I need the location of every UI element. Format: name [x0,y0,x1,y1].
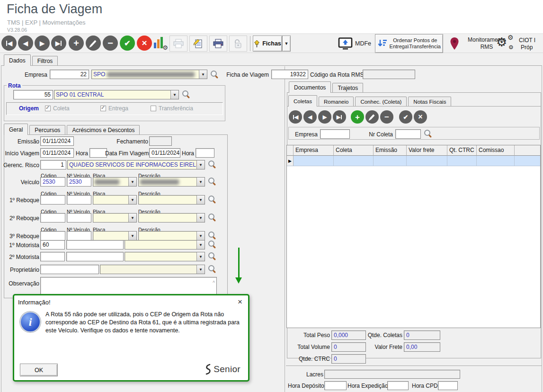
chevron-down-icon[interactable]: ▼ [196,232,205,240]
ok-button[interactable]: OK [20,364,58,376]
emissao-input[interactable]: 01/11/2024 [40,136,74,146]
rota-combo[interactable]: SPO 01 CENTRAL▼ [54,90,179,99]
close-icon[interactable]: × [238,297,242,307]
grid-col-header[interactable]: Comissao [477,145,515,156]
next-record-button[interactable]: ▶ [35,36,50,51]
empresa-combo[interactable]: SPO ▼ [91,70,207,79]
chevron-down-icon[interactable]: ▼ [196,241,205,249]
chevron-down-icon[interactable]: ▼ [196,214,205,222]
coleta-search-icon[interactable] [424,129,432,138]
veiculo-codigo-input[interactable]: 2530 [40,177,65,187]
print-button[interactable] [209,36,227,52]
reboque1-search-icon[interactable] [208,195,216,204]
proprietario-combo[interactable]: ▼ [100,265,205,274]
cancel-button[interactable]: × [137,36,152,51]
observacao-textarea[interactable]: ^ [40,277,217,296]
coleta-edit-button[interactable] [365,110,379,124]
grid-selected-row[interactable]: ▶ [287,156,540,166]
scroll-up-icon[interactable]: ^ [213,280,215,285]
chevron-down-icon[interactable]: ▼ [128,178,136,186]
transferencia-checkbox[interactable] [151,106,156,111]
confirm-button[interactable]: ✔ [120,36,135,51]
veiculo-descricao-combo[interactable]: ▼ [138,177,205,187]
coleta-last-button[interactable]: ▶ [333,110,346,124]
reboque2-num-input[interactable] [67,213,91,223]
reboque3-num-input[interactable] [67,231,91,241]
coleta-confirm-button[interactable]: ✔ [399,110,412,124]
lacres-input[interactable] [324,370,460,379]
grid-col-header[interactable]: Valor frete [407,145,447,156]
gerenc-risco-search-icon[interactable] [208,160,216,169]
add-record-button[interactable]: + [69,36,84,51]
ordenar-pontos-button[interactable]: Ordenar Pontos de Entrega\Transferência [375,34,443,53]
rota-code-input[interactable]: 55 [13,90,53,99]
reboque2-placa-combo[interactable]: ▼ [93,213,137,223]
ficha-viagem-input[interactable]: 19322 [271,70,308,79]
motorista2-code-input[interactable] [40,252,65,261]
delete-record-button[interactable]: − [103,36,118,51]
proprietario-search-icon[interactable] [208,265,216,273]
coleta-prev-button[interactable]: ◀ [303,110,317,124]
data-fim-viagem-input[interactable]: 01/11/2024 [149,148,180,158]
reboque3-search-icon[interactable] [208,231,216,240]
print-preview-button[interactable] [169,36,187,52]
fichas-button[interactable]: Fichas [253,36,282,52]
last-record-button[interactable]: ▶ [51,36,66,51]
coleta-next-button[interactable]: ▶ [318,110,331,124]
tab-geral[interactable]: Geral [4,124,28,135]
tab-romaneio[interactable]: Romaneio [319,97,354,106]
hora-inicio-input[interactable] [89,148,107,158]
tab-coletas[interactable]: Coletas [288,95,317,107]
inicio-viagem-input[interactable]: 01/11/2024 [40,148,74,158]
chevron-down-icon[interactable]: ▼ [196,265,205,274]
empresa-code-input[interactable]: 22 [50,70,89,79]
chevron-down-icon[interactable]: ▼ [196,160,205,169]
grid-col-header[interactable]: Emissão [374,145,407,156]
chevron-down-icon[interactable]: ▼ [199,70,207,79]
chevron-down-icon[interactable]: ▼ [128,196,136,204]
nr-coleta-input[interactable] [395,129,421,139]
reboque1-descricao-combo[interactable]: ▼ [138,195,205,205]
reboque1-codigo-input[interactable] [40,195,65,205]
hora-deposito-input[interactable] [324,381,347,390]
reboque3-placa-combo[interactable]: ▼ [93,231,137,241]
veiculo-placa-combo[interactable]: ▼ [93,177,137,187]
empresa-search-icon[interactable] [210,70,219,79]
proprietario-code-input[interactable] [40,265,99,274]
reboque3-descricao-combo[interactable]: ▼ [138,231,205,241]
coleta-delete-button[interactable]: − [380,110,393,124]
tab-filtros[interactable]: Filtros [32,56,58,65]
motorista1-search-icon[interactable] [208,240,216,249]
tab-percursos[interactable]: Percursos [29,125,65,134]
chart-settings-button[interactable]: ⚙ [154,37,168,50]
tab-notas-fiscais[interactable]: Notas Fiscais [408,97,451,106]
coleta-first-button[interactable]: ◀ [289,110,302,124]
ciot-button[interactable]: ⚙ ⚙ ⚙ CIOT I Próp [496,34,543,53]
coleta-empresa-input[interactable] [320,129,350,139]
reboque2-codigo-input[interactable] [40,213,65,223]
hora-cpd-input[interactable] [438,381,458,390]
reboque2-search-icon[interactable] [208,213,216,222]
hora-fim-input[interactable] [196,148,214,158]
gerenc-risco-code-input[interactable]: 1 [40,160,66,169]
rota-search-icon[interactable] [182,90,190,98]
veiculo-num-input[interactable]: 2530 [67,177,91,187]
tab-trajetos[interactable]: Trajetos [332,83,363,92]
edit-record-button[interactable] [86,36,101,51]
tab-dados[interactable]: Dados [4,54,31,66]
motorista1-combo[interactable]: ▼ [125,240,205,249]
coleta-checkbox[interactable] [45,106,51,111]
tab-acrescimos-descontos[interactable]: Acréscimos e Descontos [67,125,140,134]
hora-expedicao-input[interactable] [387,381,409,390]
mdfe-button[interactable]: MDFe [338,36,374,51]
motorista2-search-icon[interactable] [208,252,216,260]
gerenc-risco-combo[interactable]: QUADEO SERVICOS DE INFORMACOES EIRELI▼ [67,160,205,169]
reboque1-num-input[interactable] [67,195,91,205]
motorista1-doc-input[interactable] [66,240,124,249]
chevron-down-icon[interactable]: ▼ [128,232,136,240]
grid-col-header[interactable]: Coleta [334,145,374,156]
coleta-cancel-button[interactable]: × [414,110,427,124]
coleta-add-button[interactable]: + [351,110,364,124]
reboque1-placa-combo[interactable]: ▼ [93,195,137,205]
report-edit-button[interactable] [189,36,207,52]
